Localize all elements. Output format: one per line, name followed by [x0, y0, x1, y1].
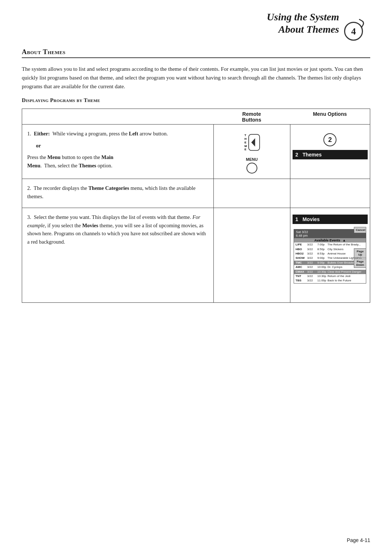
svg-text:T: T — [244, 134, 246, 137]
movies-bold: Movies — [82, 223, 98, 228]
intro-paragraph: The system allows you to list and select… — [22, 65, 370, 91]
movies-menu-bar: 1 Movies — [293, 215, 368, 224]
section-heading: About Themes — [22, 48, 66, 56]
chapter-number: 4 — [344, 22, 363, 41]
svg-marker-6 — [251, 138, 255, 147]
section-title-bar: About Themes — [22, 48, 370, 58]
step1-remote: T H E M E MENU — [213, 125, 290, 179]
page-header: Using the System About Themes 4 — [0, 0, 392, 44]
menu-bold2: Menu — [27, 163, 40, 168]
header-title: Using the System About Themes — [267, 11, 339, 35]
either-bold: Either: — [34, 131, 50, 137]
steps-table: RemoteButtons Menu Options 1. Either: Wh… — [22, 109, 370, 303]
svg-text:H: H — [244, 137, 246, 140]
menu-bold1: Menu — [48, 154, 61, 160]
themes-menu-label: Themes — [302, 152, 322, 158]
for-example-italic: For example — [27, 214, 200, 228]
number-2-label: 2 — [328, 136, 332, 144]
movies-screen: Sat 3/226:48 pm Movies Available Events … — [294, 227, 366, 284]
movies-menu-label: Movies — [302, 216, 319, 222]
menu-button-graphic: MENU — [246, 157, 258, 174]
number-2-circle: 2 — [323, 133, 336, 146]
theme-button-graphic: T H E M E — [242, 132, 262, 154]
page-down-button[interactable]: PageDown — [354, 258, 366, 268]
themes-menu-bar: 2 Themes — [293, 150, 368, 159]
page-up-button[interactable]: PageUp — [354, 248, 366, 258]
main-content: The system allows you to list and select… — [22, 65, 370, 303]
main-bold: Main — [101, 154, 113, 160]
svg-text:M: M — [244, 144, 247, 148]
svg-text:E: E — [244, 148, 246, 151]
menu-circle-icon — [246, 163, 257, 174]
header-title-line2: About Themes — [278, 24, 339, 35]
available-events-label: Available Events — [314, 239, 340, 242]
header-remote-col: RemoteButtons — [213, 111, 290, 123]
movies-menu-num: 1 — [295, 216, 298, 222]
step2-remote — [213, 179, 290, 208]
step3-text: 3. Select the theme you want. This displ… — [22, 208, 213, 302]
page-number: Page 4-11 — [347, 537, 370, 543]
step3-remote — [213, 208, 290, 302]
table-row: 3. Select the theme you want. This displ… — [22, 208, 370, 302]
remote-col-label: RemoteButtons — [242, 111, 261, 123]
sort-arrow-icon: ▲ — [343, 239, 346, 242]
cancel-button[interactable]: Cancel — [354, 227, 366, 233]
header-title-line1: Using the System — [267, 11, 339, 23]
movies-date-time: Sat 3/226:48 pm — [296, 230, 308, 237]
list-item: TNT3/2210:30pReturn of the Jedi — [294, 274, 366, 278]
subsection-title: Displaying Programs by Theme — [22, 97, 370, 103]
svg-text:E: E — [244, 141, 246, 144]
step3-menu: 1 Movies Sat 3/226:48 pm Movies Availabl… — [290, 208, 370, 302]
theme-categories-bold: Theme Categories — [88, 185, 129, 191]
menu-col-label: Menu Options — [313, 111, 347, 117]
header-menu-col: Menu Options — [290, 111, 370, 123]
menu-label: MENU — [246, 157, 258, 162]
themes-option-bold: Themes — [79, 163, 96, 168]
step2-text: 2. The recorder displays the Theme Categ… — [22, 179, 213, 208]
themes-menu-num: 2 — [295, 152, 298, 158]
step1-text: 1. Either: While viewing a program, pres… — [22, 125, 213, 179]
step1-menu: 2 2 Themes — [290, 125, 370, 179]
table-row: 1. Either: While viewing a program, pres… — [22, 125, 370, 179]
section-heading-text: About Themes — [22, 48, 66, 56]
header-steps-col — [22, 111, 213, 123]
left-bold: Left — [129, 131, 138, 137]
side-buttons-panel: Cancel PageUp PageDown — [354, 227, 366, 268]
table-header: RemoteButtons Menu Options — [22, 109, 370, 125]
list-item: TBS3/2211:00pBack to the Future — [294, 278, 366, 283]
or-bold: or — [36, 143, 41, 148]
page-footer: Page 4-11 — [347, 537, 370, 543]
table-row: 2. The recorder displays the Theme Categ… — [22, 179, 370, 208]
list-item: CMAX3/2210:30pClear And Present Danger — [294, 270, 366, 274]
step2-menu — [290, 179, 370, 208]
